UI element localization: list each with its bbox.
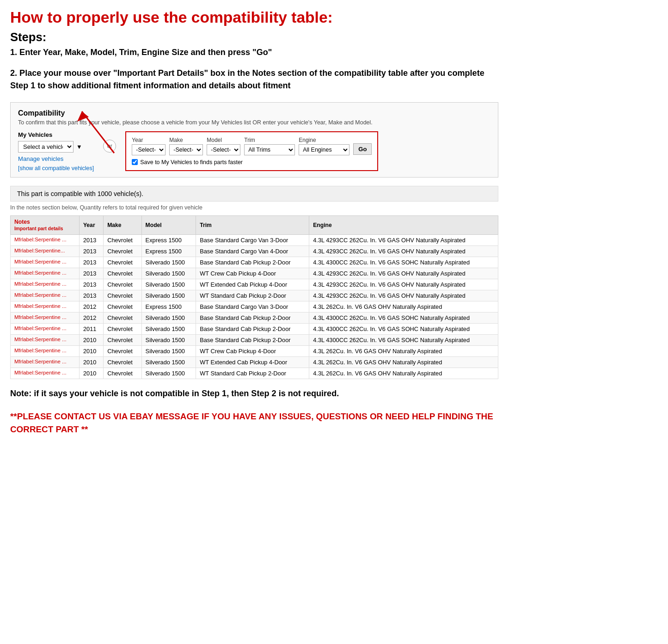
engine-cell: 4.3L 262Cu. In. V6 GAS OHV Naturally Asp… xyxy=(309,356,498,368)
notes-cell: Mfrlabel:Serpentine ... xyxy=(11,323,80,334)
go-button[interactable]: Go xyxy=(353,143,372,155)
notes-cell: Mfrlabel:Serpentine ... xyxy=(11,257,80,268)
quantity-note: In the notes section below, Quantity ref… xyxy=(10,204,498,211)
make-cell: Chevrolet xyxy=(104,312,141,323)
year-cell: 2010 xyxy=(79,356,103,368)
table-row: Mfrlabel:Serpentine ... 2010 Chevrolet S… xyxy=(11,368,498,379)
trim-cell: WT Crew Cab Pickup 4-Door xyxy=(196,345,309,356)
model-cell: Express 1500 xyxy=(141,234,196,245)
make-cell: Chevrolet xyxy=(104,356,141,368)
engine-field-group: Engine All Engines xyxy=(299,137,349,155)
model-select[interactable]: -Select- xyxy=(207,144,240,155)
notes-cell: Mfrlabel:Serpentine... xyxy=(11,245,80,257)
or-divider: or xyxy=(103,140,116,153)
table-row: Mfrlabel:Serpentine ... 2013 Chevrolet S… xyxy=(11,268,498,279)
vehicle-select-dropdown[interactable]: Select a vehicle xyxy=(18,141,74,153)
year-cell: 2012 xyxy=(79,301,103,312)
year-cell: 2011 xyxy=(79,323,103,334)
compat-description: To confirm that this part fits your vehi… xyxy=(18,119,490,126)
show-all-compatible-link[interactable]: [show all compatible vehicles] xyxy=(18,165,94,172)
manage-vehicles-link[interactable]: Manage vehicles xyxy=(18,155,94,162)
engine-cell: 4.3L 4293CC 262Cu. In. V6 GAS OHV Natura… xyxy=(309,279,498,290)
make-select[interactable]: -Select- xyxy=(169,144,203,155)
model-cell: Silverado 1500 xyxy=(141,356,196,368)
engine-select[interactable]: All Engines xyxy=(299,144,349,155)
compatibility-widget: Compatibility To confirm that this part … xyxy=(10,102,498,178)
year-cell: 2013 xyxy=(79,245,103,257)
step1-text: 1. Enter Year, Make, Model, Trim, Engine… xyxy=(10,47,498,58)
trim-select[interactable]: All Trims xyxy=(244,144,295,155)
year-label: Year xyxy=(132,137,165,143)
trim-cell: Base Standard Cab Pickup 2-Door xyxy=(196,334,309,345)
table-row: Mfrlabel:Serpentine ... 2010 Chevrolet S… xyxy=(11,356,498,368)
main-title: How to properly use the compatibility ta… xyxy=(10,8,498,27)
model-cell: Express 1500 xyxy=(141,301,196,312)
compatibility-table: Notes Important part details Year Make M… xyxy=(10,215,498,379)
engine-cell: 4.3L 4300CC 262Cu. In. V6 GAS SOHC Natur… xyxy=(309,312,498,323)
model-cell: Silverado 1500 xyxy=(141,345,196,356)
save-row: Save to My Vehicles to finds parts faste… xyxy=(132,159,372,166)
trim-field-group: Trim All Trims xyxy=(244,137,295,155)
make-label: Make xyxy=(169,137,203,143)
model-label: Model xyxy=(207,137,240,143)
model-cell: Silverado 1500 xyxy=(141,279,196,290)
col-year: Year xyxy=(79,215,103,234)
steps-heading: Steps: xyxy=(10,31,498,44)
col-notes-sub: Important part details xyxy=(14,226,63,231)
make-cell: Chevrolet xyxy=(104,268,141,279)
engine-cell: 4.3L 4293CC 262Cu. In. V6 GAS OHV Natura… xyxy=(309,234,498,245)
engine-cell: 4.3L 4300CC 262Cu. In. V6 GAS SOHC Natur… xyxy=(309,334,498,345)
engine-cell: 4.3L 4293CC 262Cu. In. V6 GAS OHV Natura… xyxy=(309,290,498,301)
save-checkbox[interactable] xyxy=(132,159,138,165)
model-cell: Silverado 1500 xyxy=(141,312,196,323)
col-engine: Engine xyxy=(309,215,498,234)
year-select[interactable]: -Select- xyxy=(132,144,165,155)
notes-cell: Mfrlabel:Serpentine ... xyxy=(11,312,80,323)
notes-cell: Mfrlabel:Serpentine ... xyxy=(11,234,80,245)
notes-cell: Mfrlabel:Serpentine ... xyxy=(11,368,80,379)
dropdown-arrow-icon: ▼ xyxy=(76,143,82,150)
step2-text: 2. Place your mouse over "Important Part… xyxy=(10,67,498,92)
table-row: Mfrlabel:Serpentine ... 2011 Chevrolet S… xyxy=(11,323,498,334)
year-cell: 2013 xyxy=(79,290,103,301)
year-cell: 2013 xyxy=(79,234,103,245)
year-cell: 2013 xyxy=(79,257,103,268)
save-label: Save to My Vehicles to finds parts faste… xyxy=(140,159,243,166)
vehicle-form-section: Year -Select- Make -Select- Model xyxy=(125,131,378,171)
model-cell: Silverado 1500 xyxy=(141,323,196,334)
trim-cell: Base Standard Cargo Van 4-Door xyxy=(196,245,309,257)
make-cell: Chevrolet xyxy=(104,245,141,257)
table-row: Mfrlabel:Serpentine ... 2012 Chevrolet S… xyxy=(11,312,498,323)
col-trim: Trim xyxy=(196,215,309,234)
trim-cell: Base Standard Cargo Van 3-Door xyxy=(196,301,309,312)
make-cell: Chevrolet xyxy=(104,334,141,345)
note-text: Note: if it says your vehicle is not com… xyxy=(10,387,498,400)
year-cell: 2013 xyxy=(79,268,103,279)
notes-cell: Mfrlabel:Serpentine ... xyxy=(11,268,80,279)
engine-cell: 4.3L 4293CC 262Cu. In. V6 GAS OHV Natura… xyxy=(309,268,498,279)
table-row: Mfrlabel:Serpentine ... 2013 Chevrolet S… xyxy=(11,279,498,290)
my-vehicles-section: My Vehicles Select a vehicle ▼ Manage ve… xyxy=(18,131,94,172)
compat-count-bar: This part is compatible with 1000 vehicl… xyxy=(10,186,498,202)
trim-cell: Base Standard Cargo Van 3-Door xyxy=(196,234,309,245)
trim-cell: WT Extended Cab Pickup 4-Door xyxy=(196,279,309,290)
trim-cell: Base Standard Cab Pickup 2-Door xyxy=(196,312,309,323)
year-cell: 2013 xyxy=(79,279,103,290)
make-cell: Chevrolet xyxy=(104,301,141,312)
trim-cell: WT Standard Cab Pickup 2-Door xyxy=(196,368,309,379)
make-cell: Chevrolet xyxy=(104,257,141,268)
engine-cell: 4.3L 262Cu. In. V6 GAS OHV Naturally Asp… xyxy=(309,301,498,312)
table-row: Mfrlabel:Serpentine ... 2013 Chevrolet E… xyxy=(11,234,498,245)
make-cell: Chevrolet xyxy=(104,345,141,356)
make-cell: Chevrolet xyxy=(104,279,141,290)
notes-cell: Mfrlabel:Serpentine ... xyxy=(11,279,80,290)
make-cell: Chevrolet xyxy=(104,323,141,334)
engine-cell: 4.3L 4300CC 262Cu. In. V6 GAS SOHC Natur… xyxy=(309,257,498,268)
col-model: Model xyxy=(141,215,196,234)
make-cell: Chevrolet xyxy=(104,234,141,245)
notes-cell: Mfrlabel:Serpentine ... xyxy=(11,301,80,312)
model-cell: Silverado 1500 xyxy=(141,268,196,279)
compat-title: Compatibility xyxy=(18,109,490,117)
notes-cell: Mfrlabel:Serpentine ... xyxy=(11,345,80,356)
table-row: Mfrlabel:Serpentine ... 2013 Chevrolet S… xyxy=(11,290,498,301)
